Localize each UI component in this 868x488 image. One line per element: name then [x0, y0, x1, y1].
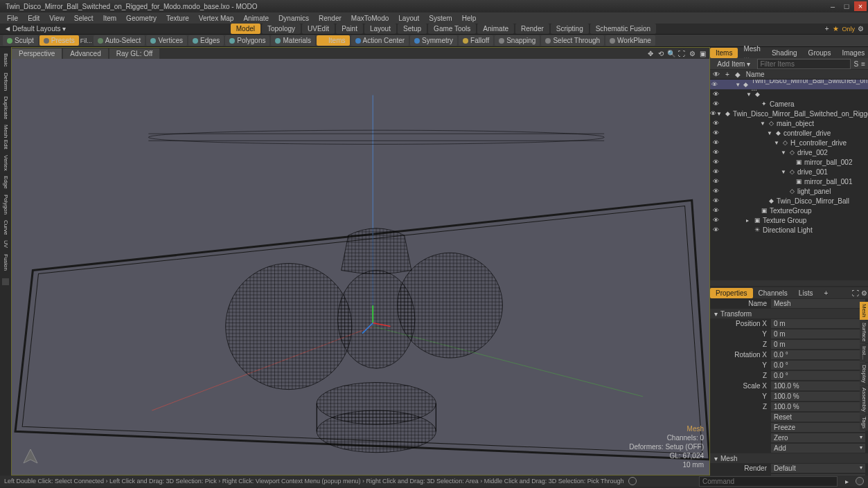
- layout-tab-animate[interactable]: Animate: [477, 24, 514, 34]
- left-tab-mesh-edit[interactable]: Mesh Edit: [2, 123, 10, 152]
- transform-section[interactable]: ▾Transform: [710, 309, 868, 318]
- tool-materials[interactable]: Materials: [271, 35, 315, 46]
- right-tab-mesh[interactable]: Mesh: [860, 302, 868, 320]
- menu-help[interactable]: Help: [458, 14, 481, 23]
- menu-geometry[interactable]: Geometry: [122, 14, 161, 23]
- reset-button[interactable]: Reset: [771, 413, 865, 422]
- tree-item[interactable]: 👁▼◆controller_drive: [710, 128, 868, 138]
- item-tab-images[interactable]: Images: [836, 48, 868, 58]
- tree-item[interactable]: 👁▸▣Texture Group: [710, 215, 868, 225]
- eye-icon[interactable]: 👁: [710, 217, 721, 224]
- eye-icon[interactable]: 👁: [710, 110, 716, 117]
- eye-icon[interactable]: 👁: [710, 100, 721, 107]
- maximize-button[interactable]: □: [840, 1, 853, 11]
- eye-icon[interactable]: 👁: [710, 168, 721, 175]
- eye-icon[interactable]: 👁: [710, 178, 721, 185]
- left-tab-edge[interactable]: Edge: [2, 174, 10, 191]
- layout-tab-topology[interactable]: Topology: [262, 24, 301, 34]
- command-history-button[interactable]: ▸: [842, 478, 851, 485]
- plus-icon[interactable]: +: [725, 71, 729, 78]
- left-tab-basic[interactable]: Basic: [2, 51, 10, 69]
- right-tab-tags[interactable]: Tags: [860, 415, 868, 431]
- menu-layout[interactable]: Layout: [394, 14, 423, 23]
- layout-tab-render[interactable]: Render: [515, 24, 549, 34]
- layout-tab-setup[interactable]: Setup: [398, 24, 427, 34]
- tool-auto-select[interactable]: Auto-Select: [94, 35, 145, 46]
- property-value[interactable]: 0 m: [771, 329, 865, 338]
- eye-icon[interactable]: 👁: [710, 139, 721, 146]
- viewport-tab-advanced[interactable]: Advanced: [63, 48, 107, 59]
- name-field[interactable]: Mesh: [771, 299, 865, 308]
- color-swatch[interactable]: [2, 278, 9, 285]
- right-tab-surface[interactable]: Surface: [860, 320, 868, 344]
- twist-icon[interactable]: ▼: [767, 130, 772, 136]
- filter-menu-icon[interactable]: ≡: [861, 60, 865, 68]
- menu-vertex-map[interactable]: Vertex Map: [195, 14, 238, 23]
- gear-icon[interactable]: ⚙: [858, 25, 864, 33]
- tool-polygons[interactable]: Polygons: [225, 35, 269, 46]
- right-tab-inst[interactable]: Inst...: [860, 344, 868, 362]
- tool-symmetry[interactable]: Symmetry: [410, 35, 457, 46]
- left-tab-deform[interactable]: Deform: [2, 71, 10, 93]
- left-tab-curve[interactable]: Curve: [2, 218, 10, 237]
- property-value[interactable]: 0.0 °: [771, 371, 865, 380]
- minimize-button[interactable]: –: [826, 1, 839, 11]
- twist-icon[interactable]: ▼: [760, 120, 765, 127]
- tool-presets[interactable]: Presets: [39, 35, 79, 46]
- prop-tab-lists[interactable]: Lists: [793, 288, 819, 298]
- fit-icon[interactable]: ⛶: [677, 49, 686, 57]
- tree-item[interactable]: 👁▣mirror_ball_001: [710, 177, 868, 186]
- layout-tab-layout[interactable]: Layout: [364, 24, 396, 34]
- eye-icon[interactable]: 👁: [710, 188, 721, 195]
- tree-item[interactable]: 👁▣mirror_ball_002: [710, 157, 868, 167]
- eye-icon[interactable]: 👁: [710, 159, 721, 165]
- property-value[interactable]: 100.0 %: [771, 402, 865, 411]
- menu-texture[interactable]: Texture: [162, 14, 193, 23]
- right-tab-display[interactable]: Display: [860, 363, 868, 385]
- tool-vertices[interactable]: Vertices: [146, 35, 187, 46]
- tree-item[interactable]: 👁▣TextureGroup: [710, 206, 868, 215]
- add-item-dropdown[interactable]: Add Item ▾: [713, 60, 754, 68]
- menu-animate[interactable]: Animate: [239, 14, 273, 23]
- menu-system[interactable]: System: [425, 14, 456, 23]
- tree-item[interactable]: 👁▼◇drive_001: [710, 167, 868, 177]
- twist-icon[interactable]: ▼: [781, 150, 786, 156]
- tree-item[interactable]: 👁☀Directional Light: [710, 225, 868, 235]
- tree-item[interactable]: 👁✦Camera: [710, 99, 868, 109]
- item-tab-shading[interactable]: Shading: [766, 48, 803, 58]
- zoom-icon[interactable]: 🔍: [667, 49, 675, 57]
- property-value[interactable]: 0.0 %: [771, 474, 865, 476]
- add-layout-button[interactable]: +: [821, 24, 833, 34]
- property-value[interactable]: 0.0 °: [771, 350, 865, 359]
- twist-icon[interactable]: ▼: [716, 111, 722, 117]
- command-input[interactable]: [699, 476, 838, 487]
- property-value[interactable]: 100.0 %: [771, 381, 865, 390]
- tool-snapping[interactable]: Snapping: [495, 35, 540, 46]
- expand-icon[interactable]: ⛶: [851, 289, 860, 297]
- eye-icon[interactable]: 👁: [713, 71, 720, 78]
- layout-tab-scripting[interactable]: Scripting: [551, 24, 589, 34]
- eye-icon[interactable]: 👁: [710, 149, 721, 156]
- left-tab-fusion[interactable]: Fusion: [2, 252, 10, 273]
- eye-icon[interactable]: 👁: [710, 91, 721, 98]
- eye-icon[interactable]: 👁: [710, 129, 721, 136]
- tree-item[interactable]: 👁◇light_panel: [710, 186, 868, 196]
- prop-tab-+[interactable]: +: [818, 288, 833, 298]
- maximize-icon[interactable]: ▣: [698, 49, 707, 57]
- eye-icon[interactable]: 👁: [710, 226, 721, 233]
- diamond-icon[interactable]: ◆: [735, 71, 741, 78]
- prop-tab-properties[interactable]: Properties: [710, 288, 753, 298]
- tool-items[interactable]: Items: [317, 35, 349, 46]
- eye-icon[interactable]: 👁: [710, 81, 720, 88]
- twist-icon[interactable]: ▼: [735, 82, 741, 88]
- rotate-icon[interactable]: ⟲: [657, 49, 665, 57]
- menu-render[interactable]: Render: [315, 14, 346, 23]
- tree-item[interactable]: 👁▼◇drive_002: [710, 147, 868, 157]
- layout-tab-uvedit[interactable]: UVEdit: [302, 24, 335, 34]
- eye-icon[interactable]: 👁: [710, 120, 721, 127]
- viewport-tab-perspective[interactable]: Perspective: [12, 48, 62, 59]
- item-tree[interactable]: 👁▼◆Twin_Disco_Mirror_Ball_Switched_on ..…: [710, 80, 868, 280]
- viewport-tab-raygl[interactable]: Ray GL: Off: [109, 48, 160, 59]
- layout-tab-game-tools[interactable]: Game Tools: [428, 24, 476, 34]
- filter-items-input[interactable]: [757, 59, 851, 69]
